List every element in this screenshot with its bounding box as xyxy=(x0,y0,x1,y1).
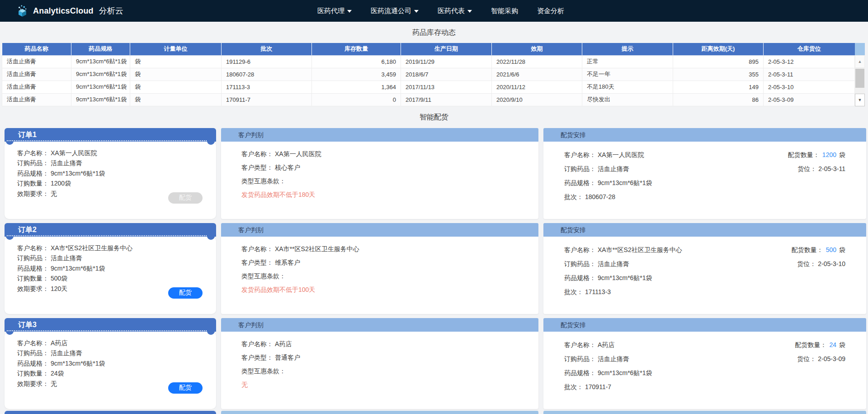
field-label: 客户名称： xyxy=(241,340,273,347)
field-value: XA市**区S2社区卫生服务中心 xyxy=(275,245,359,252)
nav-item-smart-procurement[interactable]: 智能采购 xyxy=(491,7,518,15)
arrange-header: 配货安排 xyxy=(543,318,866,332)
cell-batch: 191129-6 xyxy=(222,55,312,68)
field-value: 活血止痛膏 xyxy=(598,165,629,172)
cell-prod-date: 2017/11/13 xyxy=(401,81,492,93)
order-card-2: 订单2 客户名称：XA市*区S2社区卫生服务中心 订购药品：活血止痛膏 药品规格… xyxy=(5,223,216,314)
field-value: XA第一人民医院 xyxy=(275,150,321,157)
order-ribbon: 订单1 xyxy=(5,128,216,142)
order-card-3: 订单3 客户名称：A药店 订购药品：活血止痛膏 药品规格：9cm*13cm*6贴… xyxy=(5,318,216,409)
field-value: 活血止痛膏 xyxy=(51,254,82,262)
qty-label: 配货数量： xyxy=(792,246,823,253)
chevron-down-icon xyxy=(414,10,419,13)
cell-prod-date: 2018/6/7 xyxy=(401,68,492,81)
field-label: 药品规格： xyxy=(17,265,49,272)
cell-unit: 袋 xyxy=(130,93,222,106)
cell-stock-qty: 1,364 xyxy=(312,81,401,93)
nav-item-label: 医药代理 xyxy=(317,7,344,15)
scrollbar-thumb[interactable] xyxy=(855,69,864,88)
cell-warehouse-slot: 2-05-3-11 xyxy=(764,68,855,81)
field-label: 客户名称： xyxy=(564,151,596,158)
cell-hint: 尽快发出 xyxy=(582,93,673,106)
inventory-table: 药品名称 药品规格 计量单位 批次 库存数量 生产日期 效期 提示 距离效期(天… xyxy=(2,43,855,106)
judge-card-3: 客户判别 客户名称：A药店 客户类型：普通客户 类型互惠条款： 无 xyxy=(221,318,538,409)
order-card-1: 订单1 客户名称：XA第一人民医院 订购药品：活血止痛膏 药品规格：9cm*13… xyxy=(5,128,216,219)
col-header-hint: 提示 xyxy=(582,43,673,55)
field-label: 效期要求： xyxy=(17,190,49,197)
dispatch-button[interactable]: 配货 xyxy=(168,382,203,394)
cell-spec: 9cm*13cm*6贴*1袋 xyxy=(71,93,130,106)
reciprocal-condition: 无 xyxy=(241,378,538,391)
next-row-preview xyxy=(5,411,868,414)
cell-expiry: 2020/11/12 xyxy=(492,81,582,93)
field-value: 9cm*13cm*6贴*1袋 xyxy=(598,274,652,281)
field-value: XA第一人民医院 xyxy=(51,149,97,157)
chevron-down-icon xyxy=(347,10,352,13)
nav-item-pharma-distributor[interactable]: 医药流通公司 xyxy=(371,7,419,15)
col-header-expiry: 效期 xyxy=(492,43,582,55)
field-label: 药品规格： xyxy=(17,360,49,367)
field-label: 客户名称： xyxy=(17,244,49,252)
reciprocal-condition: 发货药品效期不低于100天 xyxy=(241,283,538,296)
arrange-body: 客户名称：XA市**区S2社区卫生服务中心 订购药品：活血止痛膏 药品规格：9c… xyxy=(543,237,866,314)
order-title: 订单1 xyxy=(18,131,37,138)
nav-item-pharma-rep[interactable]: 医药代表 xyxy=(438,7,472,15)
field-value: 9cm*13cm*6贴*1袋 xyxy=(51,360,105,367)
field-value: 9cm*13cm*6贴*1袋 xyxy=(51,170,105,177)
field-label: 效期要求： xyxy=(17,380,49,387)
field-value: XA第一人民医院 xyxy=(598,151,644,158)
slot-value: 2-05-3-11 xyxy=(818,165,845,172)
field-label: 客户类型： xyxy=(241,259,273,266)
col-header-spec: 药品规格 xyxy=(71,43,130,55)
table-row: 活血止痛膏 9cm*13cm*6贴*1袋 袋 170911-7 0 2017/9… xyxy=(2,93,855,106)
field-label: 药品规格： xyxy=(564,179,596,186)
judge-body: 客户名称：XA市**区S2社区卫生服务中心 客户类型：维系客户 类型互惠条款： … xyxy=(221,237,538,314)
field-label: 批次： xyxy=(564,288,583,295)
field-label: 订购药品： xyxy=(564,260,596,267)
judge-header: 客户判别 xyxy=(221,318,538,332)
field-label: 药品规格： xyxy=(564,274,596,281)
inventory-table-wrap: 药品名称 药品规格 计量单位 批次 库存数量 生产日期 效期 提示 距离效期(天… xyxy=(2,43,868,106)
dispatch-button-disabled[interactable]: 配货 xyxy=(168,192,203,204)
scroll-down-icon[interactable]: ▼ xyxy=(855,94,865,106)
nav-item-fund-analysis[interactable]: 资金分析 xyxy=(537,7,564,15)
field-label: 客户名称： xyxy=(17,149,49,157)
col-header-days-to-expiry: 距离效期(天) xyxy=(673,43,764,55)
field-value: 24袋 xyxy=(51,370,64,377)
qty-label: 配货数量： xyxy=(795,341,826,348)
field-label: 订购药品： xyxy=(17,254,49,262)
arrange-body: 客户名称：XA第一人民医院 订购药品：活血止痛膏 药品规格：9cm*13cm*6… xyxy=(543,142,866,219)
table-scrollbar: ▲ ▼ xyxy=(855,43,865,106)
qty-value: 1200 xyxy=(822,151,836,158)
field-label: 订购数量： xyxy=(17,370,49,377)
field-value: A药店 xyxy=(275,340,292,347)
cell-warehouse-slot: 2-05-3-09 xyxy=(764,93,855,106)
cell-drug-name: 活血止痛膏 xyxy=(2,55,71,68)
qty-unit: 袋 xyxy=(839,341,845,348)
cell-warehouse-slot: 2-05-3-10 xyxy=(764,81,855,93)
field-label: 药品规格： xyxy=(564,369,596,376)
scroll-up-icon[interactable]: ▲ xyxy=(855,55,865,68)
col-header-unit: 计量单位 xyxy=(130,43,222,55)
judge-card-1: 客户判别 客户名称：XA第一人民医院 客户类型：核心客户 类型互惠条款： 发货药… xyxy=(221,128,538,219)
dispatch-grid: 订单1 客户名称：XA第一人民医院 订购药品：活血止痛膏 药品规格：9cm*13… xyxy=(5,128,866,409)
arrange-body: 客户名称：A药店 订购药品：活血止痛膏 药品规格：9cm*13cm*6贴*1袋 … xyxy=(543,332,866,409)
arrange-left: 客户名称：XA市**区S2社区卫生服务中心 订购药品：活血止痛膏 药品规格：9c… xyxy=(564,243,682,314)
scrollbar-track[interactable] xyxy=(855,68,865,94)
nav-item-pharma-agent[interactable]: 医药代理 xyxy=(317,7,352,15)
scrollbar-header-spacer xyxy=(855,43,865,55)
dispatch-button[interactable]: 配货 xyxy=(168,287,203,299)
next-order-ribbon-top xyxy=(5,411,216,414)
field-value: 无 xyxy=(51,380,57,387)
cell-expiry: 2022/11/28 xyxy=(492,55,582,68)
field-label: 订购数量： xyxy=(17,180,49,187)
field-value: 核心客户 xyxy=(275,164,300,171)
field-label: 客户类型： xyxy=(241,354,273,361)
order-body: 客户名称：A药店 订购药品：活血止痛膏 药品规格：9cm*13cm*6贴*1袋 … xyxy=(5,332,216,409)
table-row: 活血止痛膏 9cm*13cm*6贴*1袋 袋 180607-28 3,459 2… xyxy=(2,68,855,81)
analytics-cloud-logo-icon xyxy=(16,4,28,18)
cell-unit: 袋 xyxy=(130,68,222,81)
cell-unit: 袋 xyxy=(130,81,222,93)
slot-label: 货位： xyxy=(797,165,816,172)
arrange-left: 客户名称：XA第一人民医院 订购药品：活血止痛膏 药品规格：9cm*13cm*6… xyxy=(564,148,652,219)
